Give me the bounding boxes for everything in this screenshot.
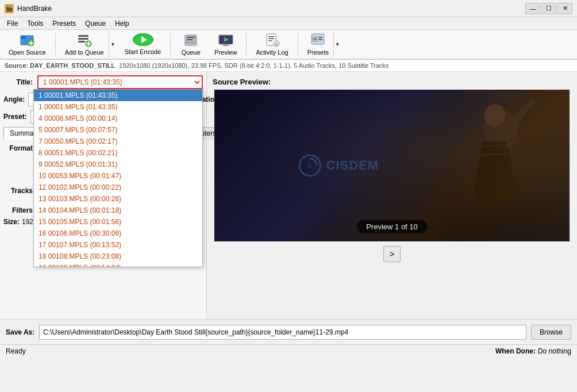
svg-rect-16 (268, 36, 274, 37)
open-source-icon (19, 33, 35, 48)
filters-label: Filters (3, 206, 35, 214)
svg-rect-11 (185, 43, 197, 45)
svg-text:C: C (308, 163, 312, 169)
minimize-button[interactable]: — (525, 3, 540, 14)
save-path-input[interactable] (39, 325, 526, 340)
title-bar: 🎬 HandBrake — ☐ ✕ (0, 0, 577, 17)
app-icon: 🎬 (5, 4, 14, 13)
close-button[interactable]: ✕ (557, 3, 572, 14)
save-label: Save As: (6, 328, 34, 336)
preview-nav: > (383, 246, 401, 262)
source-name: DAY_EARTH_STOOD_STILL (30, 62, 115, 69)
cisdem-watermark: C CISDEM (299, 154, 379, 177)
presets-icon (310, 33, 326, 48)
preview-icon (218, 33, 234, 48)
browse-button[interactable]: Browse (531, 325, 571, 340)
activity-log-icon: ≡ (264, 33, 280, 48)
source-preview-label: Source Preview: (213, 78, 271, 86)
source-label: Source: (5, 62, 28, 69)
preview-next-button[interactable]: > (383, 246, 401, 262)
dropdown-item[interactable]: 10 00053.MPLS (00:01:47) (34, 170, 202, 182)
app-title: HandBrake (17, 5, 52, 13)
sep2 (170, 33, 171, 55)
svg-marker-7 (141, 36, 147, 43)
source-bar: Source: DAY_EARTH_STOOD_STILL 1920x1080 … (0, 60, 577, 72)
activity-log-label: Activity Log (256, 49, 288, 56)
dropdown-item[interactable]: 1 00001.MPLS (01:43:35) (34, 101, 202, 113)
start-encode-label: Start Encode (125, 48, 161, 55)
activity-log-button[interactable]: ≡ Activity Log (251, 31, 293, 57)
dropdown-item[interactable]: 15 00105.MPLS (00:01:56) (34, 216, 202, 228)
add-queue-label: Add to Queue (65, 49, 104, 56)
svg-rect-17 (268, 39, 274, 40)
presets-dropdown-arrow[interactable]: ▾ (333, 32, 341, 57)
svg-rect-5 (78, 41, 85, 43)
dropdown-item[interactable]: 16 00106.MPLS (00:30:06) (34, 228, 202, 239)
size-label: Size: (3, 218, 20, 226)
format-label: Format (3, 144, 35, 152)
svg-point-23 (314, 38, 316, 40)
preview-label: Preview (214, 49, 237, 56)
dropdown-item[interactable]: 1 00001.MPLS (01:43:35) (34, 90, 202, 101)
right-panel: Source Preview: C CISDEM (207, 72, 577, 319)
preview-button[interactable]: Preview (209, 31, 242, 57)
presets-label: Presets (307, 49, 329, 56)
preview-badge-text: Preview 1 of 10 (366, 222, 418, 231)
dropdown-item[interactable]: 17 00107.MPLS (00:13:52) (34, 239, 202, 251)
menu-queue[interactable]: Queue (80, 18, 110, 29)
title-dropdown[interactable]: 1 00001.MPLS (01:43:35) 1 00001.MPLS (01… (33, 89, 203, 267)
dropdown-item[interactable]: 5 00007.MPLS (00:07:57) (34, 124, 202, 136)
svg-rect-18 (268, 40, 272, 41)
angle-label: Angle: (3, 95, 25, 103)
queue-icon (183, 33, 199, 48)
title-label: Title: (3, 78, 35, 86)
menu-tools[interactable]: Tools (22, 18, 48, 29)
preset-label: Preset: (3, 113, 27, 121)
open-source-label: Open Source (9, 49, 46, 56)
dropdown-item[interactable]: 18 00108.MPLS (00:23:08) (34, 251, 202, 262)
preview-badge: Preview 1 of 10 (357, 220, 427, 233)
dropdown-item[interactable]: 8 00051.MPLS (00:02:21) (34, 147, 202, 159)
title-row: Title: 1 00001.MPLS (01:43:35) (3, 75, 203, 89)
add-to-queue-button[interactable]: Add to Queue ▾ (60, 31, 117, 57)
dropdown-item[interactable]: 14 00104.MPLS (00:01:18) (34, 205, 202, 216)
queue-dropdown-arrow[interactable]: ▾ (109, 32, 117, 57)
dropdown-item[interactable]: 12 00102.MPLS (00:00:22) (34, 182, 202, 193)
dropdown-item[interactable]: 19 00109.MPLS (00:14:04) (34, 262, 202, 267)
menu-bar: File Tools Presets Queue Help (0, 17, 577, 30)
dropdown-item[interactable]: 7 00050.MPLS (00:02:17) (34, 136, 202, 147)
svg-rect-24 (318, 37, 322, 38)
menu-presets[interactable]: Presets (48, 18, 80, 29)
svg-rect-1 (21, 36, 26, 39)
dropdown-item[interactable]: 13 00103.MPLS (00:00:26) (34, 193, 202, 205)
status-text: Ready (6, 347, 26, 355)
sep1 (55, 33, 56, 55)
queue-button[interactable]: Queue (175, 31, 207, 57)
menu-help[interactable]: Help (110, 18, 134, 29)
open-source-button[interactable]: Open Source (3, 31, 51, 57)
svg-text:≡: ≡ (275, 42, 278, 47)
svg-rect-10 (187, 39, 193, 40)
when-done-value: Do nothing (538, 347, 571, 355)
svg-rect-9 (187, 37, 195, 38)
when-done-label: When Done: (495, 347, 536, 355)
toolbar: Open Source Add to Queue ▾ Start En (0, 30, 577, 60)
left-panel: Title: 1 00001.MPLS (01:43:35) 1 00001.M… (0, 72, 207, 319)
sep3 (246, 33, 247, 55)
svg-rect-25 (318, 39, 322, 40)
dropdown-item[interactable]: 9 00052.MPLS (00:01:31) (34, 159, 202, 170)
presets-button[interactable]: Presets ▾ (302, 31, 342, 57)
queue-label: Queue (182, 49, 201, 56)
tracks-label: Tracks (3, 187, 35, 195)
add-queue-icon (76, 33, 93, 48)
start-encode-button[interactable]: Start Encode (120, 31, 167, 57)
maximize-button[interactable]: ☐ (541, 3, 556, 14)
sep4 (298, 33, 298, 55)
svg-rect-4 (78, 38, 89, 40)
dropdown-item[interactable]: 4 00006.MPLS (00:00:14) (34, 113, 202, 124)
menu-file[interactable]: File (2, 18, 22, 29)
title-select[interactable]: 1 00001.MPLS (01:43:35) (37, 75, 203, 89)
save-bar: Save As: Browse (0, 319, 577, 344)
when-done-area: When Done: Do nothing (495, 347, 571, 355)
light-effect (455, 90, 570, 241)
